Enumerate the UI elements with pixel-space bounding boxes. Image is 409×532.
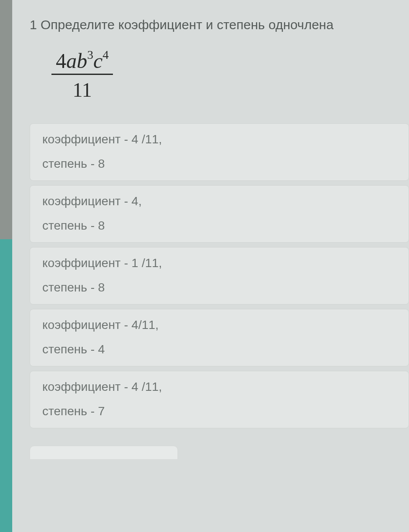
option-line1: коэффициент - 4 /11,	[42, 133, 396, 146]
content-area: 1 Определите коэффициент и степень одноч…	[12, 0, 409, 460]
option-line2: степень - 8	[42, 220, 396, 232]
question-title: 1 Определите коэффициент и степень одноч…	[12, 17, 409, 32]
answer-option[interactable]: коэффициент - 4 /11, степень - 7	[30, 371, 409, 428]
bottom-panel	[30, 446, 178, 460]
option-line2: степень - 8	[42, 158, 396, 170]
option-line2: степень - 8	[42, 281, 396, 294]
answer-option[interactable]: коэффициент - 4/11, степень - 4	[30, 309, 409, 366]
option-line1: коэффициент - 4,	[42, 195, 396, 207]
num-var-c: c	[93, 49, 102, 72]
option-line2: степень - 4	[42, 343, 396, 356]
options-list: коэффициент - 4 /11, степень - 8 коэффиц…	[12, 123, 409, 428]
fraction: 4ab3c4 11	[51, 49, 113, 102]
answer-option[interactable]: коэффициент - 1 /11, степень - 8	[30, 247, 409, 305]
option-line2: степень - 7	[42, 405, 396, 417]
denominator: 11	[73, 75, 92, 102]
num-exp-b: 3	[87, 48, 93, 61]
option-line1: коэффициент - 1 /11,	[42, 257, 396, 269]
answer-option[interactable]: коэффициент - 4, степень - 8	[30, 185, 409, 243]
num-coef: 4	[56, 49, 66, 72]
numerator: 4ab3c4	[51, 49, 113, 74]
side-strip	[0, 0, 12, 532]
num-exp-c: 4	[102, 48, 109, 61]
num-var-b: b	[77, 49, 87, 72]
num-var-a: a	[66, 49, 77, 72]
option-line1: коэффициент - 4/11,	[42, 319, 396, 331]
option-line1: коэффициент - 4 /11,	[42, 381, 396, 393]
answer-option[interactable]: коэффициент - 4 /11, степень - 8	[30, 123, 409, 181]
question-formula: 4ab3c4 11	[12, 49, 409, 102]
